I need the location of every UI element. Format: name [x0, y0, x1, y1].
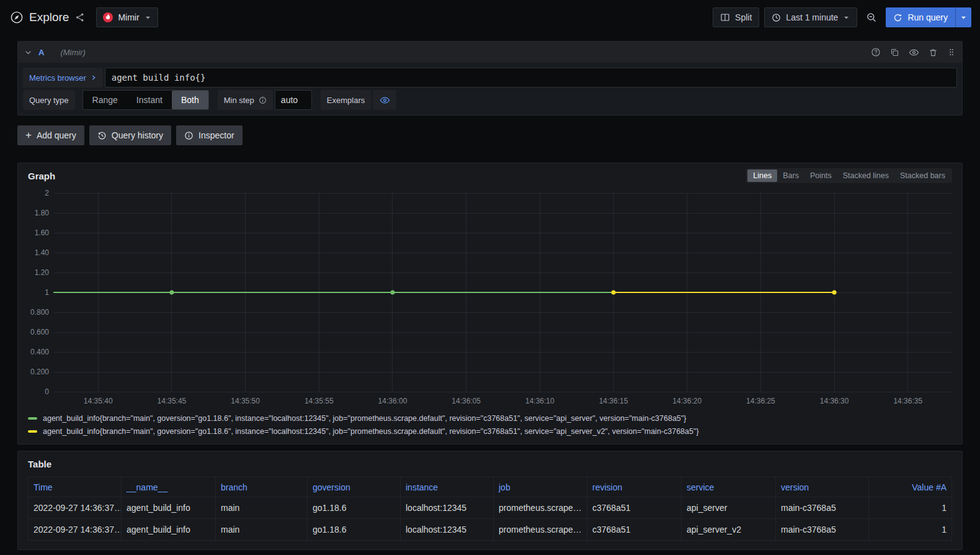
query-ref-id: A: [38, 48, 44, 57]
help-icon[interactable]: [871, 47, 881, 57]
explore-compass-icon: [10, 11, 24, 24]
datasource-icon: [103, 12, 113, 22]
graph-style-toggle: Lines Bars Points Stacked lines Stacked …: [746, 168, 952, 183]
min-step-input[interactable]: [275, 90, 312, 110]
query-type-radio-group: Range Instant Both: [82, 90, 209, 110]
table-panel-title: Table: [28, 456, 952, 469]
table-cell: api_server_v2: [682, 519, 776, 541]
table-cell: c3768a51: [587, 519, 682, 541]
query-history-button[interactable]: Query history: [89, 125, 171, 145]
column-header-value-a[interactable]: Value #A: [869, 477, 952, 497]
topbar: Explore Mimir Split Last 1 minute: [0, 0, 980, 35]
datasource-picker[interactable]: Mimir: [96, 7, 158, 27]
svg-text:14:36:30: 14:36:30: [820, 397, 849, 405]
zoom-out-button[interactable]: [862, 7, 881, 27]
query-type-both[interactable]: Both: [172, 91, 208, 109]
metrics-browser-button[interactable]: Metrics browser: [23, 68, 103, 88]
chevron-down-icon: [960, 14, 967, 21]
svg-text:0.800: 0.800: [30, 308, 49, 317]
column-header-instance[interactable]: instance: [401, 477, 494, 497]
legend-item[interactable]: agent_build_info{branch="main", goversio…: [28, 412, 952, 425]
split-label: Split: [735, 12, 752, 22]
exemplars-label: Exemplars: [321, 90, 371, 110]
table-header-row: Time__name__branchgoversioninstancejobre…: [29, 477, 952, 497]
exemplars-eye-icon: [380, 95, 390, 106]
svg-text:1: 1: [45, 288, 49, 297]
column-header-name[interactable]: __name__: [122, 477, 216, 497]
style-option-bars[interactable]: Bars: [777, 169, 804, 182]
graph-canvas[interactable]: 21.801.601.401.2010.8000.6000.4000.20001…: [28, 189, 952, 408]
zoom-out-icon: [866, 12, 877, 23]
run-query-split-button: Run query: [886, 7, 971, 27]
query-history-label: Query history: [112, 130, 163, 140]
column-header-job[interactable]: job: [494, 477, 587, 497]
column-header-goversion[interactable]: goversion: [308, 477, 401, 497]
style-option-lines[interactable]: Lines: [747, 169, 777, 182]
table-cell: main: [216, 519, 308, 541]
table-cell: 2022-09-27 14:36:37…: [29, 497, 122, 519]
table-cell: go1.18.6: [308, 497, 401, 519]
explore-actions: + Add query Query history Inspector: [17, 125, 963, 145]
min-step-label: Min step: [218, 90, 273, 110]
drag-handle-icon[interactable]: [947, 48, 956, 56]
style-option-points[interactable]: Points: [804, 169, 837, 182]
svg-text:14:36:20: 14:36:20: [672, 397, 702, 405]
table-cell: agent_build_info: [122, 497, 216, 519]
refresh-icon: [893, 13, 902, 22]
table-cell: prometheus.scrape…: [494, 519, 587, 541]
run-query-button[interactable]: Run query: [886, 7, 955, 27]
info-circle-icon: [184, 131, 194, 140]
table-panel: Table Time__name__branchgoversioninstanc…: [17, 451, 963, 550]
collapse-chevron-icon[interactable]: [24, 48, 32, 56]
svg-text:14:35:45: 14:35:45: [158, 397, 187, 405]
table-cell: 1: [869, 519, 952, 541]
share-icon[interactable]: [75, 12, 85, 22]
query-expression-input[interactable]: [105, 68, 957, 88]
run-query-label: Run query: [907, 12, 948, 22]
svg-text:14:35:55: 14:35:55: [305, 397, 334, 405]
hide-response-eye-icon[interactable]: [909, 47, 919, 58]
table-cell: c3768a51: [587, 497, 682, 519]
column-header-version[interactable]: version: [776, 477, 869, 497]
table-cell: localhost:12345: [401, 519, 494, 541]
style-option-stacked-bars[interactable]: Stacked bars: [894, 169, 951, 182]
svg-text:14:36:35: 14:36:35: [893, 397, 922, 405]
copy-icon[interactable]: [890, 48, 899, 57]
table-row: 2022-09-27 14:36:37…agent_build_infomain…: [29, 519, 952, 541]
chevron-down-icon: [145, 14, 151, 21]
inspector-button[interactable]: Inspector: [176, 125, 243, 145]
svg-text:14:35:40: 14:35:40: [84, 397, 113, 405]
legend-label: agent_build_info{branch="main", goversio…: [43, 427, 699, 436]
table-cell: prometheus.scrape…: [494, 497, 587, 519]
query-type-label: Query type: [23, 90, 75, 110]
column-header-time[interactable]: Time: [29, 477, 122, 497]
query-editor-panel: A (Mimir): [17, 41, 963, 115]
svg-text:1.80: 1.80: [35, 209, 50, 217]
svg-text:1.40: 1.40: [35, 248, 50, 257]
time-range-picker[interactable]: Last 1 minute: [764, 7, 857, 27]
query-type-instant[interactable]: Instant: [127, 91, 172, 109]
query-type-range[interactable]: Range: [83, 91, 127, 109]
min-step-text: Min step: [224, 96, 254, 105]
table-cell: main-c3768a5: [776, 519, 869, 541]
legend-label: agent_build_info{branch="main", goversio…: [43, 414, 686, 423]
split-button[interactable]: Split: [713, 7, 759, 27]
time-series-chart[interactable]: 21.801.601.401.2010.8000.6000.4000.20001…: [28, 189, 952, 408]
time-range-label: Last 1 minute: [786, 12, 838, 22]
query-datasource-hint: (Mimir): [60, 48, 85, 57]
column-header-branch[interactable]: branch: [216, 477, 308, 497]
trash-icon[interactable]: [929, 48, 938, 57]
svg-text:14:36:15: 14:36:15: [599, 397, 628, 405]
chevron-right-icon: [91, 74, 97, 81]
svg-text:0: 0: [45, 387, 49, 396]
info-icon: [259, 96, 267, 104]
run-query-dropdown[interactable]: [955, 7, 971, 27]
column-header-revision[interactable]: revision: [587, 477, 682, 497]
legend-item[interactable]: agent_build_info{branch="main", goversio…: [28, 425, 952, 438]
graph-legend: agent_build_info{branch="main", goversio…: [28, 412, 952, 438]
style-option-stacked-lines[interactable]: Stacked lines: [837, 169, 894, 182]
add-query-button[interactable]: + Add query: [17, 125, 84, 145]
column-header-service[interactable]: service: [682, 477, 776, 497]
svg-text:14:36:10: 14:36:10: [525, 397, 555, 405]
exemplars-toggle[interactable]: [373, 90, 396, 110]
